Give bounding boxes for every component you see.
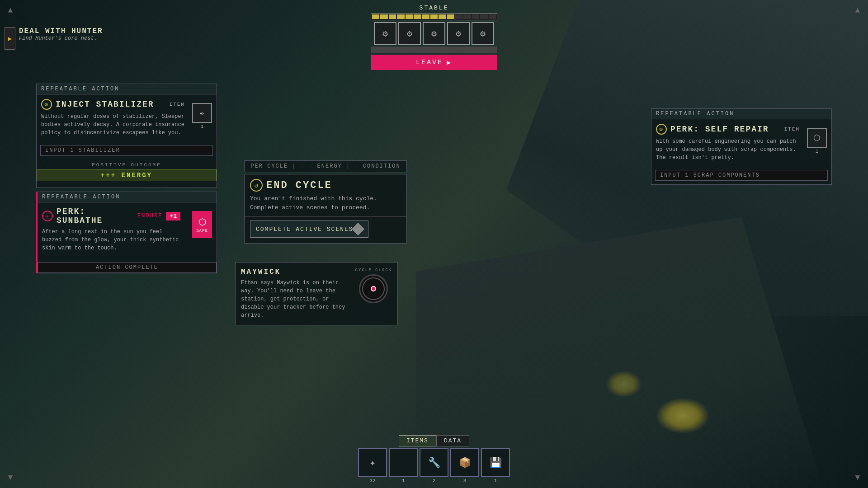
left-panel: REPEATABLE ACTION ⊙ INJECT STABILIZER IT…	[36, 84, 217, 273]
end-cycle-desc: You aren't finished with this cycle. Com…	[245, 194, 406, 216]
safe-icon: ⬡ SAFE	[192, 211, 212, 238]
cycle-clock-section: CYCLE CLOCK	[355, 268, 392, 319]
inv-box-5[interactable]: 💾	[481, 448, 510, 477]
quest-expand-button[interactable]: ▶	[5, 27, 15, 50]
inject-desc: Without regular doses of stabilizer, Sle…	[41, 113, 185, 137]
self-repair-item-count: 1	[816, 149, 819, 154]
safe-label: SAFE	[196, 229, 208, 233]
maywick-title: MAYWICK	[241, 268, 350, 276]
self-repair-icon: ⊙	[656, 124, 667, 135]
energy-seg	[422, 14, 429, 19]
card-header-1: REPEATABLE ACTION	[37, 84, 217, 94]
inv-slot-1: ✦ 32	[358, 448, 387, 483]
inject-title: ⊙ INJECT STABILIZER	[41, 99, 154, 110]
inject-item: ✒ 1	[192, 103, 212, 129]
energy-seg	[463, 14, 471, 19]
complete-scenes-label: COMPLETE ACTIVE SCENES	[256, 226, 354, 233]
maywick-desc: Ethan says Maywick is on their way. You'…	[241, 279, 350, 319]
quest-panel: ▶ DEAL WITH HUNTER Find Hunter's core ne…	[5, 27, 103, 50]
inject-item-count: 1	[201, 124, 204, 129]
energy-seg	[406, 14, 413, 19]
end-cycle-title: END CYCLE	[266, 180, 332, 191]
hex-light-1	[656, 398, 710, 434]
corner-arrow-bl: ▼	[4, 471, 17, 484]
inv-box-2[interactable]	[389, 448, 418, 477]
clock-ring	[362, 277, 385, 300]
tab-data[interactable]: DATA	[436, 435, 469, 446]
hex-light-2	[606, 371, 642, 398]
self-repair-desc: With some careful engineering you can pa…	[656, 137, 800, 162]
tab-items[interactable]: ITEMS	[399, 435, 436, 446]
inject-input-bar: INPUT 1 STABILIZER	[40, 145, 213, 156]
inv-count-4: 3	[463, 478, 467, 483]
slot-row: ⚙ ⚙ ⚙ ⚙ ⚙	[371, 22, 497, 45]
cycle-clock-label: CYCLE CLOCK	[355, 268, 392, 272]
inv-slot-4: 📦 3	[450, 448, 479, 483]
sunbathe-card: REPEATABLE ACTION ✛ PERK: SUNBATHE ENDUR…	[36, 192, 217, 273]
diamond-icon	[351, 223, 364, 235]
card-title-row-1: ⊙ INJECT STABILIZER ITEM	[41, 99, 185, 110]
self-repair-title: ⊙ PERK: SELF REPAIR	[656, 124, 769, 135]
energy-seg	[389, 14, 396, 19]
right-panel: REPEATABLE ACTION ⊙ PERK: SELF REPAIR IT…	[651, 108, 832, 188]
energy-seg	[489, 14, 496, 19]
stable-label: STABLE	[420, 5, 449, 11]
card-body-1: ⊙ INJECT STABILIZER ITEM Without regular…	[37, 94, 217, 145]
inject-stabilizer-card: REPEATABLE ACTION ⊙ INJECT STABILIZER IT…	[36, 84, 217, 188]
self-repair-input-bar: INPUT 1 SCRAP COMPONENTS	[655, 170, 828, 181]
self-repair-item-icon: ⬡	[807, 128, 827, 148]
inv-box-3[interactable]: 🔧	[420, 448, 448, 477]
inv-slot-5: 💾 1	[481, 448, 510, 483]
clock-dial	[359, 274, 388, 303]
energy-seg	[372, 14, 379, 19]
inv-count-3: 2	[433, 478, 436, 483]
sunbathe-badges: ENDURE +1	[137, 212, 180, 221]
energy-seg	[380, 14, 387, 19]
leave-button[interactable]: LEAVE ▶	[371, 55, 497, 70]
endure-badge: ENDURE	[137, 213, 162, 219]
inv-count-5: 1	[494, 478, 497, 483]
quest-title: DEAL WITH HUNTER	[19, 27, 103, 35]
plus1-badge: +1	[166, 212, 180, 221]
bottom-inventory: ITEMS DATA ✦ 32 1 🔧 2 📦 3 💾 1	[339, 435, 529, 483]
slot-5: ⚙	[472, 22, 494, 45]
card-body-2: ✛ PERK: SUNBATHE ENDURE +1 After a long …	[38, 202, 217, 260]
energy-seg	[414, 14, 421, 19]
sunbathe-title-row: ✛ PERK: SUNBATHE ENDURE +1	[42, 207, 180, 225]
inv-count-1: 32	[369, 478, 375, 483]
sunbathe-desc: After a long rest in the sun you feel bu…	[42, 228, 180, 252]
slot-3: ⚙	[423, 22, 445, 45]
self-repair-badge: ITEM	[784, 127, 800, 132]
inject-outcome: POSITIVE OUTCOME +++ ENERGY	[37, 160, 217, 184]
inv-box-1[interactable]: ✦	[358, 448, 387, 477]
energy-seg	[480, 14, 487, 19]
card-header-right: REPEATABLE ACTION	[651, 109, 831, 119]
complete-scenes-button[interactable]: COMPLETE ACTIVE SCENES	[250, 221, 368, 238]
card-body-right: ⊙ PERK: SELF REPAIR ITEM With some caref…	[651, 119, 831, 170]
energy-seg	[455, 14, 462, 19]
slot-1: ⚙	[374, 22, 396, 45]
repeatable-action-label-2: REPEATABLE ACTION	[42, 194, 120, 200]
inject-item-icon: ✒	[192, 103, 212, 123]
energy-positive: +++ ENERGY	[37, 169, 217, 181]
energy-seg	[439, 14, 446, 19]
leave-label: LEAVE	[416, 59, 443, 66]
slot-2: ⚙	[398, 22, 421, 45]
inventory-tabs: ITEMS DATA	[399, 435, 469, 446]
slot-4: ⚙	[447, 22, 470, 45]
self-repair-item: ⬡ 1	[807, 128, 827, 154]
inject-badge: ITEM	[170, 102, 185, 107]
energy-seg	[430, 14, 438, 19]
top-center-panel: STABLE ⚙ ⚙ ⚙ ⚙ ⚙ LEAVE ▶	[371, 5, 497, 70]
inject-icon: ⊙	[41, 99, 52, 110]
inv-slot-3: 🔧 2	[420, 448, 448, 483]
inv-box-4[interactable]: 📦	[450, 448, 479, 477]
cycle-refresh-icon: ↺	[250, 179, 263, 192]
center-panel: PER CYCLE | - - ENERGY | - CONDITION ↺ E…	[244, 160, 407, 244]
card-header-2: REPEATABLE ACTION	[38, 192, 217, 202]
inventory-row: ✦ 32 1 🔧 2 📦 3 💾 1	[358, 448, 510, 483]
corner-arrow-tr: ▲	[851, 4, 864, 17]
energy-seg	[447, 14, 454, 19]
energy-seg	[472, 14, 479, 19]
sunbathe-item: ⬡ SAFE	[192, 211, 212, 238]
